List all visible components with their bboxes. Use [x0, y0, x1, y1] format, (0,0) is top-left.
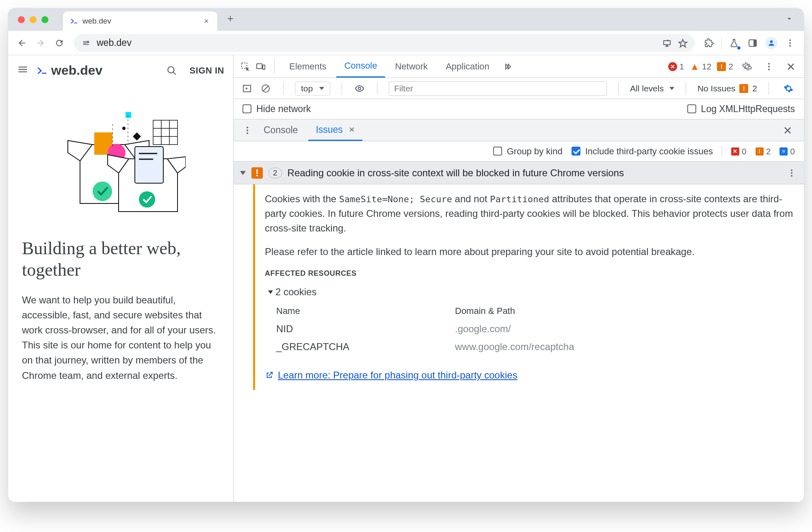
sign-in-link[interactable]: SIGN IN	[190, 65, 224, 76]
browser-tab[interactable]: web.dev	[63, 11, 217, 31]
url-text: web.dev	[97, 37, 656, 48]
close-drawer-tab-icon[interactable]	[349, 124, 355, 135]
clear-console-icon[interactable]	[260, 80, 272, 97]
hero-body: We want to help you build beautiful, acc…	[22, 292, 219, 383]
col-domain-path: Domain & Path	[455, 304, 515, 318]
devtools-close-icon[interactable]	[783, 58, 799, 75]
devtools-pane: Elements Console Network Application ✕ 1…	[234, 55, 804, 502]
more-tabs-icon[interactable]	[499, 58, 515, 75]
console-settings-icon[interactable]	[780, 80, 797, 97]
close-tab-icon[interactable]	[202, 17, 211, 26]
issue-header[interactable]: ! 2 Reading cookie in cross-site context…	[234, 162, 804, 184]
svg-point-40	[791, 169, 793, 171]
group-by-kind-checkbox[interactable]: Group by kind	[493, 146, 563, 157]
svg-point-36	[358, 87, 361, 90]
devtools-tab-bar: Elements Console Network Application ✕ 1…	[234, 55, 804, 78]
svg-point-31	[768, 66, 770, 67]
screencast-icon[interactable]	[662, 38, 672, 48]
red-badge-icon: ✕	[731, 147, 739, 156]
close-window[interactable]	[18, 16, 25, 23]
forward-button[interactable]	[32, 35, 49, 51]
cookie-row[interactable]: _GRECAPTCHA www.google.com/recaptcha	[276, 338, 793, 356]
console-settings-row: Hide network Log XMLHttpRequests	[234, 99, 804, 119]
issue-menu-icon[interactable]	[786, 165, 797, 181]
new-tab-button[interactable]	[222, 11, 238, 27]
svg-point-21	[139, 191, 155, 208]
blue-badge-icon: ≡	[780, 147, 788, 156]
drawer-tab-bar: Console Issues	[234, 119, 804, 141]
issues-summary[interactable]: No Issues ! 2	[697, 84, 757, 93]
log-xhr-checkbox[interactable]: Log XMLHttpRequests	[687, 104, 795, 115]
context-selector[interactable]: top	[295, 82, 330, 95]
inspect-element-icon[interactable]	[238, 58, 252, 75]
svg-point-42	[791, 175, 793, 177]
include-third-party-checkbox[interactable]: Include third-party cookie issues	[572, 146, 713, 157]
error-count[interactable]: ✕ 1	[668, 62, 684, 71]
labs-icon[interactable]	[726, 35, 742, 51]
svg-rect-1	[754, 40, 756, 46]
issues-blue-count: ≡0	[780, 147, 795, 156]
webdev-favicon-icon	[69, 17, 78, 26]
window-controls	[18, 16, 48, 23]
cookie-table: Name Domain & Path NID .google.com/ _GRE…	[276, 304, 793, 356]
issues-flag-count[interactable]: ! 2	[717, 62, 733, 71]
hide-network-checkbox[interactable]: Hide network	[243, 104, 311, 115]
svg-point-41	[791, 172, 793, 174]
site-name: web.dev	[51, 63, 102, 78]
issue-paragraph-2: Please refer to the article linked to le…	[265, 244, 793, 259]
reload-button[interactable]	[51, 35, 67, 51]
console-filter-input[interactable]	[389, 81, 607, 96]
extensions-icon[interactable]	[701, 35, 717, 51]
log-levels-selector[interactable]: All levels	[630, 84, 674, 93]
close-drawer-icon[interactable]	[780, 122, 796, 138]
back-button[interactable]	[14, 35, 30, 51]
browser-toolbar: web.dev	[8, 31, 804, 55]
svg-point-3	[789, 42, 791, 44]
console-sidebar-toggle-icon[interactable]	[241, 80, 253, 97]
issue-body: Cookies with the SameSite=None; Secure a…	[234, 184, 804, 390]
tab-application[interactable]: Application	[437, 55, 498, 78]
hamburger-menu-icon[interactable]	[17, 64, 28, 78]
issue-severity-icon: !	[251, 167, 263, 179]
flag-icon: !	[739, 84, 748, 93]
svg-point-30	[768, 63, 770, 65]
profile-avatar[interactable]	[763, 35, 780, 51]
search-icon[interactable]	[164, 63, 180, 79]
site-info-icon[interactable]	[81, 38, 91, 48]
chrome-menu-icon[interactable]	[782, 35, 798, 51]
tab-elements[interactable]: Elements	[281, 55, 335, 78]
learn-more-link[interactable]: Learn more: Prepare for phasing out thir…	[265, 368, 793, 383]
console-toolbar: top All levels No Issues ! 2	[234, 78, 804, 99]
svg-line-35	[263, 86, 268, 91]
minimize-window[interactable]	[30, 16, 37, 23]
svg-point-20	[93, 182, 112, 201]
tab-network[interactable]: Network	[387, 55, 436, 78]
tab-console[interactable]: Console	[336, 55, 385, 78]
bookmark-star-icon[interactable]	[678, 38, 687, 48]
site-header: web.dev SIGN IN	[8, 55, 233, 86]
chrome-window: web.dev web.dev	[8, 8, 804, 502]
live-expression-icon[interactable]	[353, 80, 366, 97]
cookie-row[interactable]: NID .google.com/	[276, 320, 793, 338]
issues-red-count: ✕0	[731, 147, 747, 156]
drawer-tab-console[interactable]: Console	[256, 119, 305, 141]
devtools-settings-icon[interactable]	[739, 58, 755, 75]
side-panel-icon[interactable]	[745, 35, 761, 51]
address-bar[interactable]: web.dev	[74, 34, 695, 52]
maximize-window[interactable]	[41, 16, 48, 23]
devtools-menu-icon[interactable]	[761, 58, 777, 75]
tab-title: web.dev	[82, 17, 198, 26]
tab-strip: web.dev	[8, 8, 804, 31]
cookies-disclosure[interactable]: 2 cookies	[268, 285, 793, 299]
col-name: Name	[276, 304, 455, 318]
drawer-tab-issues[interactable]: Issues	[308, 119, 362, 141]
orange-badge-icon: !	[756, 147, 764, 156]
device-toolbar-icon[interactable]	[254, 58, 268, 75]
issue-title: Reading cookie in cross-site context wil…	[288, 167, 780, 179]
drawer-menu-icon[interactable]	[242, 122, 253, 138]
tab-overflow-button[interactable]	[781, 11, 797, 27]
svg-point-4	[789, 45, 791, 47]
site-logo[interactable]: web.dev	[36, 63, 102, 78]
warning-count[interactable]: ▲ 12	[690, 61, 711, 72]
webdev-logo-icon	[36, 65, 48, 77]
